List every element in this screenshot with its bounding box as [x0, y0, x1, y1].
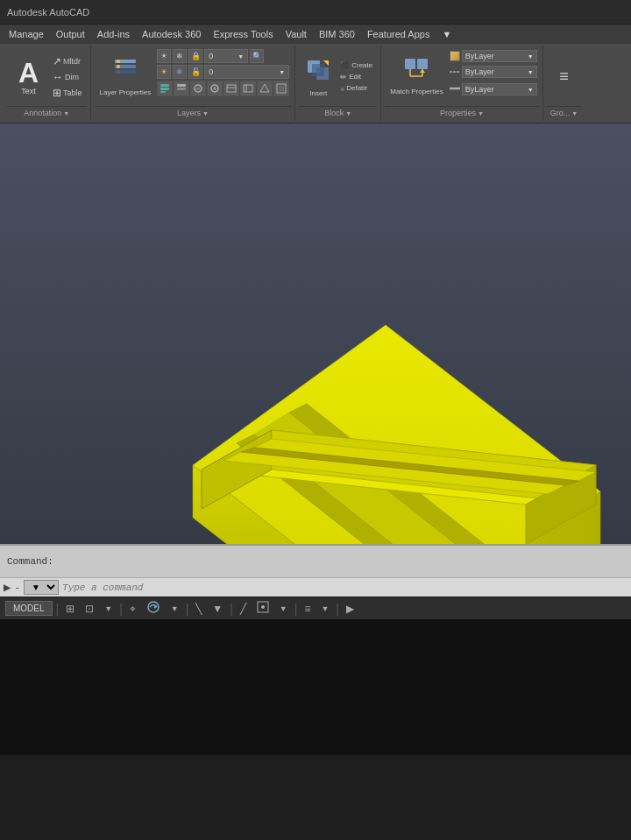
create-block-icon: ⬛ [340, 61, 350, 70]
overflow-arrow: ▼ [571, 110, 578, 116]
layer-properties-label: Layer Properties [100, 88, 152, 97]
more-tools-btn[interactable]: ▶ [343, 601, 358, 617]
object-snap-dropdown[interactable]: ▼ [276, 603, 291, 615]
ortho-btn[interactable]: ╲ [192, 601, 205, 617]
linetype-dropdown[interactable]: ByLayer ▼ [462, 66, 537, 78]
menu-vault[interactable]: Vault [280, 27, 312, 41]
infer-constraints-btn[interactable]: ⌖ [126, 601, 139, 617]
ribbon-group-properties: Match Properties ByLayer ▼ [381, 46, 542, 121]
dimension-icon: ↔ [53, 71, 63, 83]
layer-search-btn[interactable]: 🔍 [250, 49, 264, 63]
layer-icon-6[interactable] [240, 81, 256, 96]
overflow-group-btn[interactable]: ≡ [550, 66, 577, 88]
edit-block-btn[interactable]: ✏ Edit [337, 72, 375, 82]
linetype-arrow: ▼ [528, 69, 534, 75]
insert-button[interactable]: Insert [301, 51, 336, 103]
layer-properties-button[interactable]: Layer Properties [96, 49, 155, 103]
layer-sunlight-btn[interactable]: ☀ [157, 49, 171, 63]
properties-content: Match Properties ByLayer ▼ [385, 47, 538, 106]
menu-more[interactable]: ▼ [436, 27, 457, 41]
layer-lock-btn[interactable]: 🔒 [188, 49, 202, 63]
grid-dropdown[interactable]: ▼ [101, 603, 116, 615]
block-label-text: Block [324, 109, 344, 117]
block-group-label[interactable]: Block ▼ [299, 106, 377, 119]
create-block-btn[interactable]: ⬛ Create [337, 60, 375, 71]
orbit-dropdown[interactable]: ▼ [167, 603, 182, 615]
command-output-text: Command: [7, 556, 53, 567]
svg-rect-8 [160, 91, 166, 93]
orbit-btn[interactable] [143, 598, 164, 618]
separator-6: | [336, 602, 339, 616]
layer-icon-5[interactable] [223, 81, 239, 96]
match-properties-label: Match Properties [390, 88, 443, 96]
ribbon-group-block: Insert ⬛ Create ✏ Edit ⬦ Defattr [295, 46, 381, 121]
text-button[interactable]: A Text [9, 55, 48, 99]
command-dropdown[interactable]: ▼ [24, 580, 59, 595]
separator-3: | [186, 602, 189, 616]
layer-freeze-btn[interactable]: ❄ [173, 49, 187, 63]
layer-icon-7[interactable] [257, 81, 273, 96]
menu-manage[interactable]: Manage [4, 27, 49, 41]
menu-featured-apps[interactable]: Featured Apps [362, 27, 436, 41]
linetype-row: ByLayer ▼ [450, 66, 537, 78]
layer-name-arrow: ▼ [279, 69, 285, 75]
svg-point-3 [117, 60, 120, 63]
svg-rect-9 [177, 84, 186, 87]
command-area: Command: ▶ - ▼ [0, 544, 631, 596]
color-row: ByLayer ▼ [450, 50, 537, 62]
properties-group-label[interactable]: Properties ▼ [385, 106, 538, 119]
layer-icon-8[interactable] [273, 81, 289, 96]
ribbon-group-annotation: A Text ↗ Mltdr ↔ Dim ⊞ Table [4, 46, 91, 121]
define-attr-btn[interactable]: ⬦ Defattr [337, 83, 375, 94]
lineweight-dropdown[interactable]: ▼ [317, 603, 332, 615]
ribbon-group-layers: Layer Properties ☀ ❄ 🔒 0 ▼ 🔍 [91, 46, 296, 121]
3d-view-svg [0, 124, 631, 544]
menu-output[interactable]: Output [51, 27, 90, 41]
annotation-content: A Text ↗ Mltdr ↔ Dim ⊞ Table [7, 47, 87, 106]
color-value: ByLayer [465, 52, 494, 60]
model-button[interactable]: MODEL [5, 601, 53, 616]
snap-line-btn[interactable]: ╱ [237, 601, 250, 617]
layer-freeze2-btn[interactable]: ❄ [173, 65, 187, 79]
menu-autodesk360[interactable]: Autodesk 360 [137, 27, 206, 41]
layer-properties-icon [113, 56, 138, 86]
polar-tracking-btn[interactable]: ▼ [209, 601, 226, 617]
color-dropdown[interactable]: ByLayer ▼ [462, 50, 537, 62]
table-btn[interactable]: ⊞ Table [50, 86, 85, 100]
layer-number-dropdown[interactable]: 0 ▼ [204, 49, 248, 63]
overflow-label[interactable]: Gro... ▼ [547, 106, 581, 119]
layer-icon-1[interactable] [157, 81, 173, 96]
overflow-content: ≡ [547, 47, 581, 106]
grid-display-btn[interactable]: ⊞ [62, 601, 78, 617]
layer-icon-3[interactable] [190, 81, 206, 96]
dimension-btn[interactable]: ↔ Dim [50, 70, 85, 84]
svg-rect-18 [244, 85, 252, 92]
multileader-icon: ↗ [53, 55, 61, 67]
layers-group-label[interactable]: Layers ▼ [95, 106, 292, 119]
multileader-btn[interactable]: ↗ Mltdr [50, 54, 85, 68]
menu-bim360[interactable]: BIM 360 [314, 27, 360, 41]
annotation-group-label[interactable]: Annotation ▼ [7, 106, 87, 119]
block-dropdown-arrow: ▼ [345, 110, 351, 116]
lineweight-dropdown[interactable]: ByLayer ▼ [462, 83, 537, 95]
object-snap-btn[interactable] [253, 599, 273, 618]
layer-on-btn[interactable]: ☀ [157, 65, 171, 79]
menu-express-tools[interactable]: Express Tools [208, 27, 278, 41]
match-properties-button[interactable]: Match Properties [386, 49, 446, 103]
layer-icon-2[interactable] [174, 81, 189, 96]
layer-name-dropdown[interactable]: 0 ▼ [204, 65, 289, 79]
layer-number-arrow: ▼ [238, 53, 244, 60]
svg-point-63 [261, 605, 265, 609]
svg-rect-16 [227, 85, 236, 92]
layer-icon-4[interactable] [207, 81, 223, 96]
viewport[interactable]: [SW Isometric][Flat] [0, 124, 631, 544]
grid-snap-btn[interactable]: ⊡ [82, 601, 97, 617]
table-icon: ⊞ [53, 87, 61, 99]
layer-number-value: 0 [209, 52, 213, 60]
lineweight-arrow: ▼ [528, 87, 534, 93]
layer-unlock-btn[interactable]: 🔓 [188, 65, 202, 79]
menu-addins[interactable]: Add-ins [92, 27, 135, 41]
lineweight-display-btn[interactable]: ≡ [301, 601, 314, 617]
command-input-field[interactable] [62, 582, 627, 593]
ribbon-group-overflow: ≡ Gro... ▼ [543, 46, 585, 121]
